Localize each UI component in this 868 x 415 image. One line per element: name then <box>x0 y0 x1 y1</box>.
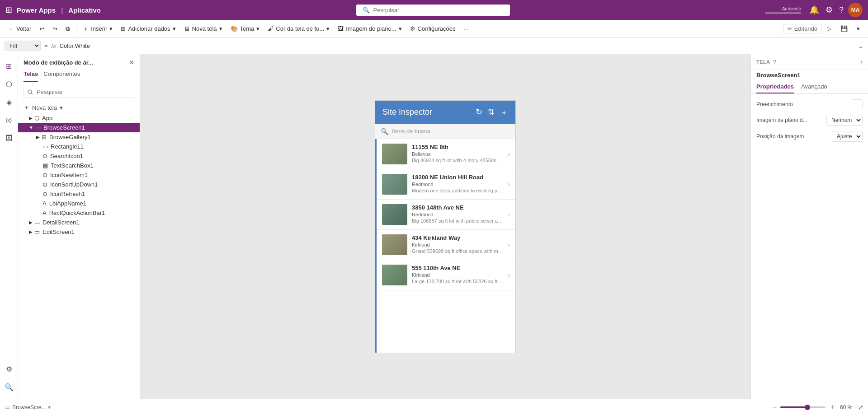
zoom-fit-icon[interactable]: ⤢ <box>858 404 863 411</box>
back-icon: ← <box>8 25 14 32</box>
sidebar-item-variables[interactable]: {x} <box>1 112 17 128</box>
screen-icon: ▭ <box>34 219 40 226</box>
formula-expand-icon[interactable]: ⌄ <box>858 42 863 50</box>
theme-button[interactable]: 🎨 Tema ▾ <box>227 23 264 34</box>
item-thumbnail <box>382 204 407 225</box>
tree-item-detail-screen[interactable]: ▶ ▭ DetailScreen1 <box>18 218 140 227</box>
search-icon: 🔍 <box>363 7 370 14</box>
tree-item-search-icon1[interactable]: ⊙ SearchIcon1 <box>18 151 140 161</box>
new-screen-chevron: ▾ <box>60 104 63 111</box>
list-item[interactable]: 18200 NE Union Hill Road Redmond Modern … <box>377 169 515 200</box>
redo-button[interactable]: ↪ <box>49 23 61 34</box>
help-icon[interactable]: ? <box>773 59 776 65</box>
list-item[interactable]: 11155 NE 8th Bellevue Big 86934 sq ft lo… <box>377 139 515 169</box>
sidebar-item-tree[interactable]: ⊞ <box>1 58 17 74</box>
tree-close-button[interactable]: ✕ <box>129 59 134 66</box>
bg-image-select[interactable]: Nenhum <box>826 115 863 126</box>
add-header-icon[interactable]: ＋ <box>500 107 508 118</box>
zoom-slider-fill <box>780 406 807 408</box>
item-info: 11155 NE 8th Bellevue Big 86934 sq ft lo… <box>412 144 503 164</box>
settings-icon[interactable]: ⚙ <box>824 3 835 17</box>
tab-advanced[interactable]: Avançado <box>801 80 827 93</box>
list-chevron-icon: › <box>508 211 510 218</box>
img-position-select[interactable]: Ajuste <box>832 131 863 142</box>
right-panel-expand-icon[interactable]: › <box>860 58 863 66</box>
right-panel-header: TELA ? › <box>751 54 868 70</box>
tree-item-label: TextSearchBox1 <box>51 162 94 169</box>
waffle-icon[interactable]: ⊞ <box>5 5 12 15</box>
undo-button[interactable]: ↩ <box>36 23 48 34</box>
more-button[interactable]: ··· <box>460 23 472 34</box>
zoom-in-button[interactable]: ＋ <box>827 401 838 413</box>
user-avatar[interactable]: MA <box>848 3 863 17</box>
fill-color-button[interactable] <box>852 99 863 109</box>
icon-icon: ⊙ <box>42 153 47 159</box>
sidebar-item-connections[interactable]: ⚙ <box>1 361 17 377</box>
formula-equals: = <box>44 42 48 49</box>
zoom-slider-track[interactable] <box>780 406 826 408</box>
tree-item-label: EditScreen1 <box>42 228 75 235</box>
add-data-button[interactable]: ⊞ Adicionar dados ▾ <box>117 23 179 34</box>
tree-item-rect-quick-action[interactable]: A RectQuickActionBar1 <box>18 208 140 218</box>
tree-search-input[interactable] <box>24 86 134 98</box>
new-screen-button[interactable]: 🖥 Nova tela ▾ <box>180 23 226 34</box>
back-button[interactable]: ← Voltar <box>5 23 35 34</box>
tab-components[interactable]: Componentes <box>43 69 80 82</box>
refresh-header-icon[interactable]: ↻ <box>476 107 482 118</box>
new-screen-icon: 🖥 <box>184 25 190 32</box>
tree-item-icon-new-item[interactable]: ⊙ IconNewItem1 <box>18 170 140 180</box>
sidebar-item-data[interactable]: ⬡ <box>1 76 17 92</box>
sidebar-item-search[interactable]: 🔍 <box>1 379 17 395</box>
brand-divider: | <box>61 6 63 14</box>
help-icon[interactable]: ? <box>837 4 845 17</box>
sidebar-item-components[interactable]: ◈ <box>1 94 17 110</box>
duplicate-button[interactable]: ⧉ <box>62 23 73 34</box>
new-screen-button[interactable]: ＋ Nova tela ▾ <box>18 102 140 113</box>
publish-button[interactable]: ▾ <box>853 23 863 34</box>
tree-item-icon-refresh[interactable]: ⊙ IconRefresh1 <box>18 189 140 199</box>
formula-input[interactable] <box>60 42 854 49</box>
env-bar <box>765 12 801 14</box>
zoom-controls: − ＋ 60 % ⤢ <box>771 401 863 413</box>
top-search-input[interactable] <box>373 7 504 14</box>
item-subtitle: Kirkland <box>412 242 503 247</box>
tree-item-browse-gallery[interactable]: ▶ ⊞ BrowseGallery1 <box>18 132 140 142</box>
list-item[interactable]: 3850 148th Ave NE Redmond Big 106687 sq … <box>377 200 515 230</box>
tab-screens[interactable]: Telas <box>24 69 38 82</box>
tree-item-icon-sort[interactable]: ⊙ IconSortUpDown1 <box>18 180 140 189</box>
item-thumbnail <box>382 234 407 255</box>
sort-header-icon[interactable]: ⇅ <box>488 107 495 118</box>
new-screen-label: Nova tela <box>32 104 57 111</box>
top-search-box[interactable]: 🔍 <box>356 5 510 16</box>
tree-item-lbl-app-name[interactable]: A LblAppName1 <box>18 199 140 208</box>
chevron-icon: ▶ <box>29 220 33 225</box>
screen-chevron-icon[interactable]: ▾ <box>48 404 51 410</box>
tree-item-rectangle11[interactable]: ▭ Rectangle11 <box>18 142 140 151</box>
tree-item-app[interactable]: ▶ ⬡ App <box>18 113 140 123</box>
sidebar-item-media[interactable]: 🖼 <box>1 130 17 146</box>
right-panel-tabs: Propriedades Avançado <box>751 80 868 94</box>
tree-item-text-search-box[interactable]: ▤ TextSearchBox1 <box>18 161 140 170</box>
tree-item-browse-screen[interactable]: ▼ ▭ BrowseScreen1 ··· <box>18 123 140 132</box>
new-screen-chevron: ▾ <box>219 25 222 32</box>
bg-color-button[interactable]: 🖌 Cor da tela de fu... ▾ <box>264 23 333 34</box>
list-item[interactable]: 434 Kirkland Way Kirkland Grand 538699 s… <box>377 230 515 260</box>
save-button[interactable]: 💾 <box>837 23 851 34</box>
app-preview: Site Inspector ↻ ⇅ ＋ 🔍 Itens de busca 11… <box>375 100 516 353</box>
settings-button[interactable]: ⚙ Configurações <box>406 23 459 34</box>
insert-button[interactable]: ＋ Inserir ▾ <box>79 23 116 35</box>
list-item[interactable]: 555 110th Ave NE Kirkland Large 138,700 … <box>377 260 515 290</box>
tree-header: Modo de exibição de ár... ✕ <box>18 54 140 69</box>
zoom-slider-thumb[interactable] <box>805 405 810 410</box>
zoom-out-button[interactable]: − <box>771 402 778 412</box>
notifications-icon[interactable]: 🔔 <box>807 3 821 17</box>
tree-item-label: RectQuickActionBar1 <box>49 210 105 216</box>
preview-button[interactable]: ▷ <box>823 23 835 34</box>
item-subtitle: Kirkland <box>412 272 503 278</box>
bg-image-button[interactable]: 🖼 Imagem de plano... ▾ <box>334 23 405 34</box>
tree-item-edit-screen[interactable]: ▶ ▭ EditScreen1 <box>18 227 140 237</box>
property-selector[interactable]: Fill <box>5 41 41 51</box>
canvas-area: Site Inspector ↻ ⇅ ＋ 🔍 Itens de busca 11… <box>140 54 750 399</box>
tab-properties[interactable]: Propriedades <box>756 80 794 93</box>
more-icon[interactable]: ··· <box>129 124 134 131</box>
